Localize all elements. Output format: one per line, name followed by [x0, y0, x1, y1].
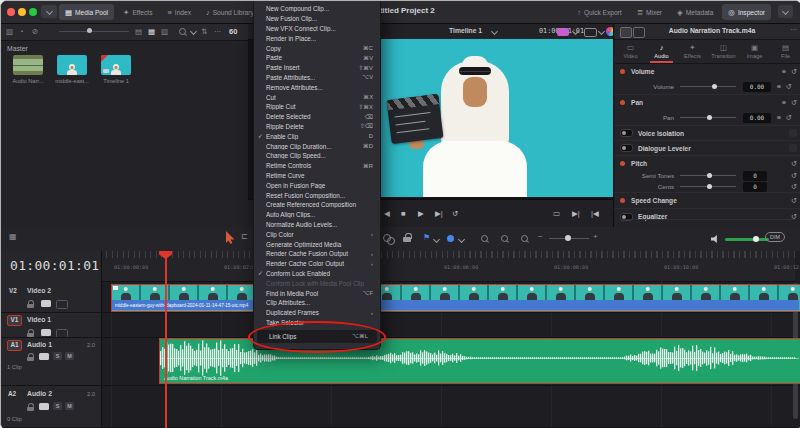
menu-item-normalize-audio-levels[interactable]: Normalize Audio Levels...: [254, 220, 380, 230]
chevron-down-icon[interactable]: [190, 28, 197, 35]
timeline-thumbnail[interactable]: [101, 55, 131, 75]
stop-icon[interactable]: ■: [401, 209, 406, 218]
chevron-down-icon[interactable]: [433, 236, 440, 243]
window-layout-dropdown[interactable]: [41, 5, 57, 18]
media-clip-video-thumbnail[interactable]: [57, 55, 87, 75]
auto-select-icon[interactable]: [41, 300, 51, 307]
auto-select-icon[interactable]: [39, 403, 49, 410]
reset-icon[interactable]: ↺: [791, 67, 797, 76]
cents-slider[interactable]: [680, 186, 736, 187]
menu-item-link-clips[interactable]: Link Clips⌥⌘L: [257, 330, 377, 343]
inspector-tab-transition[interactable]: ◫Transition: [708, 39, 739, 63]
monitor-volume-knob[interactable]: [753, 236, 759, 242]
menu-item-change-clip-duration[interactable]: Change Clip Duration...⌘D: [254, 141, 380, 151]
menu-item-clip-attributes[interactable]: Clip Attributes...: [254, 298, 380, 308]
reset-icon[interactable]: ↺: [791, 171, 797, 180]
zoom-slider-knob[interactable]: [565, 235, 571, 241]
menu-item-render-cache-fusion-output[interactable]: Render Cache Fusion Output›: [254, 249, 380, 259]
volume-section-header[interactable]: Volume ↺: [614, 64, 800, 79]
tab-index[interactable]: ≡Index: [161, 4, 197, 20]
inspector-tab-file[interactable]: ▤File: [770, 39, 800, 63]
enable-dot-icon[interactable]: [620, 100, 625, 105]
toggle-icon[interactable]: [620, 144, 633, 152]
tab-mixer[interactable]: ≣Mixer: [631, 4, 668, 20]
inspector-tab-audio[interactable]: ♪Audio: [646, 39, 677, 63]
detail-zoom-icon[interactable]: [501, 235, 508, 242]
chevron-down-icon[interactable]: [458, 236, 465, 243]
menu-item-new-vfx-connect-clip[interactable]: New VFX Connect Clip...: [254, 24, 380, 34]
mute-button[interactable]: M: [65, 352, 74, 360]
pan-value[interactable]: 0.00: [743, 113, 771, 123]
thumbnail-size-knob[interactable]: [87, 28, 92, 33]
output-blanking-icon[interactable]: [584, 28, 597, 37]
bin-list-icon[interactable]: ▥: [6, 27, 13, 36]
equalizer-section-header[interactable]: Equalizer ↺: [614, 208, 800, 224]
reset-icon[interactable]: ↺: [791, 182, 797, 191]
track-name-v2[interactable]: Video 2: [27, 287, 51, 294]
menu-item-auto-align-clips[interactable]: Auto Align Clips...: [254, 210, 380, 220]
menu-item-paste[interactable]: Paste⌘V: [254, 53, 380, 63]
metadata-view-icon[interactable]: ▥: [161, 27, 168, 36]
pitch-section-header[interactable]: Pitch ↺: [614, 155, 800, 170]
position-lock-icon[interactable]: [403, 233, 412, 243]
chevron-down-icon[interactable]: [491, 28, 498, 35]
menu-item-ripple-delete[interactable]: Ripple Delete⇧⌫: [254, 122, 380, 132]
speed-change-section-header[interactable]: Speed Change ↺: [614, 192, 800, 208]
more-options-icon[interactable]: ⋯: [790, 26, 797, 34]
tab-effects[interactable]: ✦Effects: [117, 4, 158, 20]
menu-item-render-in-place[interactable]: Render in Place...: [254, 33, 380, 43]
tab-metadata[interactable]: ◈Metadata: [671, 4, 719, 20]
keyframe-icon[interactable]: [782, 70, 786, 74]
inspector-tab-image[interactable]: ▣Image: [739, 39, 770, 63]
menu-item-render-cache-color-output[interactable]: Render Cache Color Output›: [254, 259, 380, 269]
menu-item-create-referenced-composition[interactable]: Create Referenced Composition: [254, 200, 380, 210]
reset-icon[interactable]: ↺: [786, 82, 792, 91]
menu-item-generate-optimized-media[interactable]: Generate Optimized Media: [254, 239, 380, 249]
marker-icon[interactable]: [447, 235, 454, 242]
zoom-in-icon[interactable]: +: [593, 232, 598, 241]
disclosure-icon[interactable]: [789, 144, 797, 152]
volume-slider[interactable]: [680, 86, 736, 87]
track-name-v1[interactable]: Video 1: [27, 316, 51, 323]
menu-item-cut[interactable]: Cut⌘X: [254, 92, 380, 102]
lock-icon[interactable]: [27, 402, 35, 411]
timeline-selector[interactable]: Timeline 1: [449, 27, 482, 34]
track-badge-a1[interactable]: A1: [7, 340, 22, 351]
auto-select-icon[interactable]: [39, 353, 49, 360]
volume-value[interactable]: 0.00: [743, 82, 771, 92]
minimize-window-button[interactable]: [18, 8, 26, 16]
lock-icon[interactable]: [27, 352, 35, 361]
zoom-out-icon[interactable]: −: [538, 232, 543, 241]
track-badge-v2[interactable]: V2: [9, 287, 17, 294]
tab-sound-library[interactable]: ♪Sound Library: [200, 4, 260, 20]
keyframe-icon[interactable]: [777, 116, 781, 120]
flag-icon[interactable]: ⚑: [423, 233, 430, 242]
track-name-a2[interactable]: Audio 2: [27, 390, 52, 397]
tab-quick-export[interactable]: ↑Quick Export: [571, 4, 628, 20]
enable-track-icon[interactable]: [56, 300, 68, 309]
reset-icon[interactable]: ↺: [786, 113, 792, 122]
trim-tool-icon[interactable]: ⊏: [241, 232, 248, 241]
close-window-button[interactable]: [7, 8, 15, 16]
pan-section-header[interactable]: Pan ↺: [614, 94, 800, 110]
monitor-volume-slider[interactable]: [725, 238, 769, 241]
toggle-icon[interactable]: [620, 129, 633, 137]
enable-dot-icon[interactable]: [620, 198, 625, 203]
menu-item-duplicated-frames[interactable]: Duplicated Frames›: [254, 308, 380, 318]
thumbnail-view-icon[interactable]: ▦: [148, 27, 155, 36]
solo-button[interactable]: S: [53, 402, 62, 410]
prev-clip-icon[interactable]: [620, 27, 632, 38]
menu-item-ripple-cut[interactable]: Ripple Cut⇧⌘X: [254, 102, 380, 112]
menu-item-new-fusion-clip[interactable]: New Fusion Clip...: [254, 14, 380, 24]
keyframe-icon[interactable]: [782, 101, 786, 105]
timeline-timecode[interactable]: 01:00:01:01: [10, 258, 99, 273]
menu-item-enable-clip[interactable]: ✓Enable ClipD: [254, 131, 380, 141]
list-view-icon[interactable]: ▤: [135, 27, 142, 36]
fast-forward-icon[interactable]: ▶|: [435, 209, 443, 218]
reset-icon[interactable]: ↺: [791, 98, 797, 107]
enable-dot-icon[interactable]: [620, 69, 625, 74]
audio-monitor-icon[interactable]: [711, 235, 720, 243]
reset-icon[interactable]: ↺: [791, 196, 797, 205]
auto-select-icon[interactable]: [41, 329, 51, 336]
prev-marker-icon[interactable]: |◀: [591, 209, 599, 218]
